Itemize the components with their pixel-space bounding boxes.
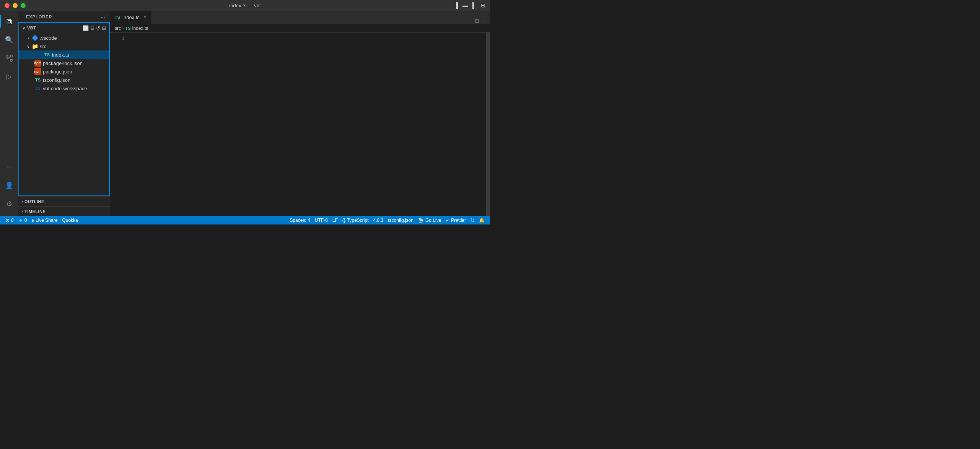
status-warnings[interactable]: ⚠ 0 bbox=[16, 216, 29, 224]
sidebar-title: EXPLORER bbox=[26, 15, 52, 19]
split-editor-icon[interactable]: ⊟ bbox=[475, 18, 479, 24]
tree-item-workspace[interactable]: ⧉ vbt.code-workspace bbox=[19, 84, 109, 93]
spaces-label: Spaces: 4 bbox=[290, 218, 310, 223]
vscode-folder-icon: 🔷 bbox=[31, 34, 38, 41]
language-label: TypeScript bbox=[347, 218, 369, 223]
explorer-panel: ∨ VBT ⬜ ⊟ ↺ ⊟ › 🔷 .vscode ∨ bbox=[18, 22, 110, 196]
new-folder-icon[interactable]: ⊟ bbox=[90, 25, 94, 31]
notification-icon: 🔔 bbox=[479, 218, 485, 223]
live-share-label: Live Share bbox=[36, 218, 57, 223]
workspace-icon: ⧉ bbox=[34, 85, 41, 92]
project-section-header[interactable]: ∨ VBT ⬜ ⊟ ↺ ⊟ bbox=[19, 23, 109, 33]
settings-icon: ⚙ bbox=[6, 200, 12, 208]
status-live-share[interactable]: ♦ Live Share bbox=[29, 216, 60, 224]
file-tree: › 🔷 .vscode ∨ 📁 src TS index.ts bbox=[19, 33, 109, 195]
code-editor[interactable] bbox=[129, 33, 486, 216]
tab-index-ts[interactable]: TS index.ts × bbox=[110, 11, 151, 24]
main-layout: ⧉ 🔍 ▷ ··· 👤 ⚙ EXPLORER bbox=[0, 11, 490, 216]
status-encoding[interactable]: UTF-8 bbox=[313, 216, 330, 224]
activity-item-settings[interactable]: ⚙ bbox=[0, 195, 18, 213]
line-number-1: 1 bbox=[113, 36, 125, 41]
workspace-label: vbt.code-workspace bbox=[43, 86, 87, 91]
collapse-icon[interactable]: ⊟ bbox=[102, 25, 106, 31]
encoding-label: UTF-8 bbox=[315, 218, 328, 223]
status-tsconfig[interactable]: tsconfig.json bbox=[386, 216, 416, 224]
tree-item-vscode[interactable]: › 🔷 .vscode bbox=[19, 34, 109, 42]
ts-file-icon: TS bbox=[44, 51, 50, 58]
titlebar-right-icons: ▐ ▬ ▌ ⊞ bbox=[454, 2, 485, 8]
status-notifications[interactable]: 🔔 bbox=[477, 216, 487, 224]
status-errors[interactable]: ⊗ 0 bbox=[3, 216, 16, 224]
line-endings-label: LF bbox=[332, 218, 338, 223]
tree-item-index-ts[interactable]: TS index.ts bbox=[19, 50, 109, 59]
package-json-label: package.json bbox=[43, 69, 72, 75]
activity-item-more[interactable]: ··· bbox=[0, 158, 18, 176]
new-file-icon[interactable]: ⬜ bbox=[83, 25, 89, 31]
go-live-label: Go Live bbox=[425, 218, 441, 223]
prettier-icon: ✓ bbox=[446, 218, 449, 223]
tsconfig-icon: TS bbox=[34, 76, 41, 83]
tree-item-src[interactable]: ∨ 📁 src bbox=[19, 42, 109, 50]
layout-icon[interactable]: ⊞ bbox=[481, 2, 485, 8]
more-icon: ··· bbox=[7, 164, 12, 170]
live-share-icon: ♦ bbox=[31, 218, 34, 223]
activity-item-account[interactable]: 👤 bbox=[0, 176, 18, 195]
svg-point-0 bbox=[6, 55, 8, 57]
tree-item-package-lock[interactable]: npm package-lock.json bbox=[19, 59, 109, 67]
sidebar-header: EXPLORER ··· bbox=[18, 11, 110, 22]
editor-more-icon[interactable]: ··· bbox=[482, 18, 487, 24]
sidebar: EXPLORER ··· ∨ VBT ⬜ ⊟ ↺ ⊟ › bbox=[18, 11, 110, 216]
panel-right-icon[interactable]: ▌ bbox=[472, 2, 476, 8]
vscode-chevron: › bbox=[25, 36, 31, 40]
tree-item-package-json[interactable]: npm package.json bbox=[19, 67, 109, 76]
package-json-icon: npm bbox=[34, 68, 41, 75]
breadcrumb-src[interactable]: src bbox=[115, 26, 121, 31]
sidebar-more-icon[interactable]: ··· bbox=[101, 14, 105, 20]
minimize-button[interactable] bbox=[13, 3, 18, 8]
sync-icon: ⇅ bbox=[470, 218, 474, 223]
status-prettier[interactable]: ✓ Prettier bbox=[443, 216, 468, 224]
src-chevron: ∨ bbox=[25, 44, 31, 49]
timeline-section[interactable]: › TIMELINE bbox=[18, 206, 110, 216]
tab-bar-right: ⊟ ··· bbox=[472, 18, 490, 24]
window-controls bbox=[5, 3, 26, 8]
outline-section[interactable]: › OUTLINE bbox=[18, 196, 110, 206]
panel-left-icon[interactable]: ▐ bbox=[454, 2, 458, 8]
package-lock-label: package-lock.json bbox=[43, 60, 83, 66]
activity-bottom: 👤 ⚙ bbox=[0, 176, 18, 216]
status-ts-version[interactable]: 4.8.3 bbox=[371, 216, 386, 224]
line-numbers: 1 bbox=[110, 33, 129, 216]
editor-content: 1 bbox=[110, 33, 490, 216]
activity-item-source-control[interactable] bbox=[0, 49, 18, 67]
outline-chevron: › bbox=[21, 199, 23, 204]
panel-bottom-icon[interactable]: ▬ bbox=[462, 2, 468, 8]
tsconfig-label: tsconfig.json bbox=[43, 77, 70, 83]
status-line-endings[interactable]: LF bbox=[330, 216, 340, 224]
breadcrumb-filename[interactable]: index.ts bbox=[132, 26, 148, 31]
package-lock-icon: npm bbox=[34, 60, 41, 67]
refresh-icon[interactable]: ↺ bbox=[96, 25, 100, 31]
status-spaces[interactable]: Spaces: 4 bbox=[287, 216, 312, 224]
status-quokka[interactable]: Quokka bbox=[60, 216, 80, 224]
tab-close-button[interactable]: × bbox=[143, 14, 147, 20]
scrollbar-right[interactable] bbox=[486, 33, 490, 216]
warning-icon: ⚠ bbox=[18, 218, 23, 223]
close-button[interactable] bbox=[5, 3, 10, 8]
tree-item-tsconfig[interactable]: TS tsconfig.json bbox=[19, 76, 109, 84]
window-title: index.ts — vbt bbox=[229, 3, 260, 8]
sidebar-actions: ··· bbox=[101, 14, 105, 20]
activity-item-search[interactable]: 🔍 bbox=[0, 31, 18, 49]
breadcrumb: src › TS index.ts bbox=[110, 24, 490, 33]
breadcrumb-sep: › bbox=[122, 26, 124, 31]
status-bar: ⊗ 0 ⚠ 0 ♦ Live Share Quokka Spaces: 4 UT… bbox=[0, 216, 490, 224]
activity-item-run-debug[interactable]: ▷ bbox=[0, 67, 18, 86]
maximize-button[interactable] bbox=[21, 3, 26, 8]
status-go-live[interactable]: 📡 Go Live bbox=[416, 216, 443, 224]
quokka-label: Quokka bbox=[62, 218, 78, 223]
status-sync[interactable]: ⇅ bbox=[468, 216, 477, 224]
activity-bar: ⧉ 🔍 ▷ ··· 👤 ⚙ bbox=[0, 11, 18, 216]
activity-item-explorer[interactable]: ⧉ bbox=[0, 12, 18, 31]
src-label: src bbox=[40, 44, 46, 49]
outline-title: OUTLINE bbox=[24, 199, 107, 204]
status-language[interactable]: {} TypeScript bbox=[340, 216, 371, 224]
